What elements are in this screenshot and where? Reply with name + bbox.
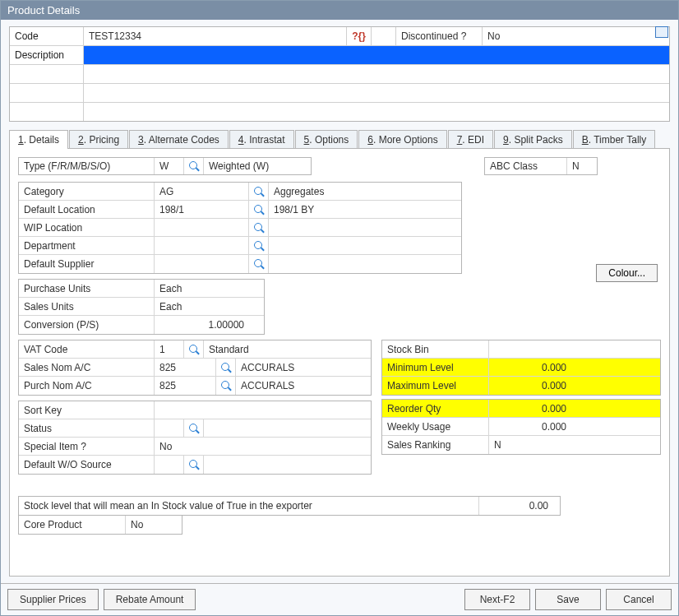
search-icon <box>254 223 264 233</box>
sales-nom-search[interactable] <box>216 359 236 376</box>
stock-level-value[interactable]: 0.00 <box>479 497 553 515</box>
default-supplier-search[interactable] <box>249 255 269 273</box>
category-value[interactable]: AG <box>155 183 249 200</box>
status-value[interactable] <box>155 419 184 437</box>
sort-key-label: Sort Key <box>19 401 155 419</box>
reorder-qty-value[interactable]: 0.000 <box>489 400 571 417</box>
type-search[interactable] <box>184 158 204 174</box>
search-icon <box>189 345 199 354</box>
purch-nom-value[interactable]: 825 <box>155 377 216 395</box>
purchase-units-value[interactable]: Each <box>155 280 249 297</box>
type-code[interactable]: W <box>155 158 184 174</box>
discontinued-label: Discontinued ? <box>396 27 483 45</box>
stock-bin-value[interactable] <box>489 340 660 358</box>
next-button[interactable]: Next-F2 <box>464 589 530 610</box>
cancel-button[interactable]: Cancel <box>606 589 672 610</box>
sales-units-label: Sales Units <box>19 298 155 315</box>
details-panel: Colour... Type (F/R/M/B/S/O) W Weighted … <box>9 148 670 577</box>
search-icon <box>254 241 264 251</box>
sales-nom-desc: ACCURALS <box>236 359 371 376</box>
category-desc: Aggregates <box>269 183 461 200</box>
default-wo-value[interactable] <box>155 456 184 474</box>
core-product-label: Core Product <box>19 516 126 534</box>
content-area: Code TEST12334 ?{} Discontinued ? No Des… <box>1 20 678 583</box>
search-icon <box>254 187 264 197</box>
tab-alternate-codes[interactable]: 3. Alternate Codes <box>129 130 229 149</box>
department-search[interactable] <box>249 237 269 254</box>
purch-nom-search[interactable] <box>216 377 236 395</box>
code-label: Code <box>10 27 84 45</box>
core-product-value[interactable]: No <box>126 516 148 534</box>
stock-level-label: Stock level that will mean an In Stock v… <box>19 497 479 515</box>
status-label: Status <box>19 419 155 437</box>
search-icon <box>189 424 199 433</box>
type-label: Type (F/R/M/B/S/O) <box>19 158 155 174</box>
category-label: Category <box>19 183 155 200</box>
search-icon <box>221 363 231 373</box>
save-button[interactable]: Save <box>535 589 601 610</box>
footer-bar: Supplier Prices Rebate Amount Next-F2 Sa… <box>1 583 678 615</box>
type-desc: Weighted (W) <box>204 158 311 174</box>
default-supplier-value[interactable] <box>155 255 249 273</box>
search-icon <box>221 381 231 391</box>
search-icon <box>189 161 199 171</box>
default-location-label: Default Location <box>19 201 155 218</box>
properties-icon[interactable] <box>655 26 668 38</box>
search-icon <box>189 460 199 470</box>
special-item-value[interactable]: No <box>155 438 184 455</box>
rebate-amount-button[interactable]: Rebate Amount <box>104 589 196 610</box>
product-details-window: Product Details Code TEST12334 ?{} Disco… <box>0 0 679 616</box>
search-icon <box>254 259 264 269</box>
tab-more-options[interactable]: 6. More Options <box>358 130 446 149</box>
tab-split-packs[interactable]: 9. Split Packs <box>494 130 572 149</box>
description-value[interactable] <box>84 46 669 64</box>
wip-location-label: WIP Location <box>19 219 155 236</box>
purch-nom-desc: ACCURALS <box>236 377 371 395</box>
wip-location-search[interactable] <box>249 219 269 236</box>
abc-label: ABC Class <box>485 158 567 174</box>
vat-code-value[interactable]: 1 <box>155 340 184 358</box>
default-supplier-label: Default Supplier <box>19 255 155 273</box>
department-value[interactable] <box>155 237 249 254</box>
conversion-value[interactable]: 1.00000 <box>155 316 249 334</box>
wip-location-value[interactable] <box>155 219 249 236</box>
default-wo-label: Default W/O Source <box>19 456 155 474</box>
min-level-label: Minimum Level <box>382 359 489 376</box>
sales-nom-value[interactable]: 825 <box>155 359 216 376</box>
supplier-prices-button[interactable]: Supplier Prices <box>7 589 99 610</box>
min-level-value[interactable]: 0.000 <box>489 359 571 376</box>
sales-ranking-value[interactable]: N <box>489 436 514 454</box>
status-search[interactable] <box>184 419 204 437</box>
reorder-qty-label: Reorder Qty <box>382 400 489 417</box>
abc-value[interactable]: N <box>567 158 597 174</box>
tab-pricing[interactable]: 2. Pricing <box>69 130 128 149</box>
max-level-value[interactable]: 0.000 <box>489 377 571 395</box>
colour-button[interactable]: Colour... <box>596 264 658 282</box>
help-icon[interactable]: ?{} <box>347 27 372 45</box>
default-location-search[interactable] <box>249 201 269 218</box>
window-title: Product Details <box>1 1 678 20</box>
vat-code-label: VAT Code <box>19 340 155 358</box>
sales-ranking-label: Sales Ranking <box>382 436 489 454</box>
purch-nom-label: Purch Nom A/C <box>19 377 155 395</box>
max-level-label: Maximum Level <box>382 377 489 395</box>
category-search[interactable] <box>249 183 269 200</box>
tab-details[interactable]: 1. Details <box>9 130 68 149</box>
header-grid: Code TEST12334 ?{} Discontinued ? No Des… <box>9 26 670 122</box>
default-location-desc: 198/1 BY <box>269 201 461 218</box>
tab-options[interactable]: 5. Options <box>295 130 358 149</box>
sales-units-value[interactable]: Each <box>155 298 249 315</box>
conversion-label: Conversion (P/S) <box>19 316 155 334</box>
weekly-usage-value[interactable]: 0.000 <box>489 418 571 435</box>
vat-code-desc: Standard <box>204 340 371 358</box>
sort-key-value[interactable] <box>155 401 371 419</box>
tab-edi[interactable]: 7. EDI <box>448 130 493 149</box>
tab-intrastat[interactable]: 4. Intrastat <box>229 130 294 149</box>
code-value[interactable]: TEST12334 <box>84 27 347 45</box>
default-wo-search[interactable] <box>184 456 204 474</box>
discontinued-value[interactable]: No <box>483 27 511 45</box>
tab-timber-tally[interactable]: B. Timber Tally <box>573 130 655 149</box>
vat-code-search[interactable] <box>184 340 204 358</box>
tab-strip: 1. Details 2. Pricing 3. Alternate Codes… <box>9 130 670 149</box>
default-location-value[interactable]: 198/1 <box>155 201 249 218</box>
